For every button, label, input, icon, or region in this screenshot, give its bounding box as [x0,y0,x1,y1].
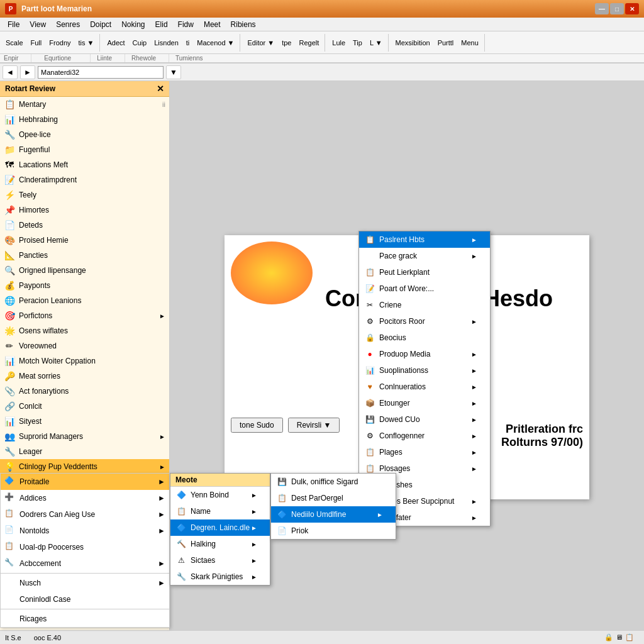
sidebar-close-button[interactable]: ✕ [157,84,164,94]
hebhrabing-icon: 📊 [4,114,15,125]
sidebar-item-pancties[interactable]: 📐 Pancties [0,248,169,263]
menu-ribiens[interactable]: Ribiens [226,19,261,30]
menu-elid[interactable]: Elid [150,19,173,30]
forward-button[interactable]: ► [20,65,35,79]
sidebar-item-peracion[interactable]: 🌐 Peracion Leanions [0,293,169,308]
close-button[interactable]: ✕ [625,3,639,14]
menu-file[interactable]: File [3,19,25,30]
menu-btn[interactable]: Menu [458,37,482,48]
full-button[interactable]: Full [28,37,45,48]
sidebar-item-lacations[interactable]: 🗺 Lacations Meft [0,157,169,172]
suprorid-icon: 👥 [4,431,15,442]
lisnden-button[interactable]: Lisnden [151,37,182,48]
sidebar-item-sityest[interactable]: 📊 Sityest [0,414,169,429]
ctx-item-beocius[interactable]: 🔒 Beocius [359,330,490,346]
tip-button[interactable]: Tip [350,37,365,48]
tpe-button[interactable]: tpe [279,37,294,48]
ctx-item-poart[interactable]: 📝 Poart of Wore:... [359,280,490,297]
ctx-item-plages[interactable]: 📋 Plages ► [359,444,490,460]
sidebar-item-osens[interactable]: 🌟 Osens wiflates [0,323,169,338]
ctx-item-dowed[interactable]: 💾 Dowed CUo ► [359,411,490,428]
ctx-item-conflog[interactable]: ⚙ Conflogenner ► [359,428,490,444]
ctx-item-conlnuer[interactable]: ♥ Conlnueratios ► [359,379,490,395]
frodny-button[interactable]: Frodny [46,37,74,48]
back-button[interactable]: ◄ [3,65,18,79]
sidebar-item-act[interactable]: 📎 Act fonarytion​s [0,384,169,399]
macenod-button[interactable]: Macenod ▼ [194,37,237,48]
sidebar-item-fugenfiul[interactable]: 📁 Fugenfiul [0,142,169,157]
sidebar-item-hebhrabing[interactable]: 📊 Hebhrabing [0,112,169,127]
ctx-item-peut[interactable]: 📋 Peut Lierkplant [359,264,490,280]
flyout-halking[interactable]: 🔨 Halking ► [170,536,270,552]
ctx-item-suoplin[interactable]: 📊 Suoplinationss ► [359,362,490,379]
regelt-button[interactable]: Regelt [296,37,322,48]
sidebar-item-payponts[interactable]: 💰 Payponts [0,278,169,293]
flyout-skark[interactable]: 🔧 Skark Pünigties ► [170,569,270,585]
sidebar-item-clnder[interactable]: 📝 Clnderatimpdrent [0,172,169,187]
bottom-si-ricages[interactable]: Ricages [1,611,169,627]
suprorid-arrow: ► [159,433,165,440]
flyout-sictaes[interactable]: ⚠ Sictaes ► [170,552,270,569]
flyout-nediilo[interactable]: 🔷 Nediilo Umdlfine ► [271,506,396,523]
sidebar-item-conlcit[interactable]: 🔗 Conlcit [0,399,169,414]
bottom-si-addices[interactable]: ➕ Addices ► [1,490,169,506]
menu-doipct[interactable]: Doipct [85,19,116,30]
sidebar-item-porfictons[interactable]: 🎯 Porfictons ► [0,308,169,323]
cuip-button[interactable]: Cuip [130,37,150,48]
flyout-name[interactable]: 📋 Name ► [170,503,270,519]
flyout-dest[interactable]: 📋 Dest ParOergel [271,490,396,506]
adect-button[interactable]: Adect [104,37,128,48]
bottom-si-uoaldp[interactable]: 📋 Uoal-dp Poocerses [1,539,169,555]
ctx-item-etounger[interactable]: 📦 Etounger ► [359,395,490,411]
sidebar-item-leager[interactable]: 🔧 Leager [0,444,169,459]
tis-button[interactable]: tis ▼ [75,37,97,48]
sidebar-item-motch[interactable]: 📊 Motch Woiter Cppation [0,353,169,369]
editor-button[interactable]: Editor ▼ [244,37,277,48]
bottom-si-coninlodl[interactable]: Coninlodl Case [1,591,169,608]
purttl-button[interactable]: Purttl [435,37,457,48]
flyout-yenn[interactable]: 🔷 Yenn Boind ► [170,487,270,503]
flyout-dulk[interactable]: 💾 Dulk, oniffice Sigard [271,474,396,490]
maximize-button[interactable]: □ [610,3,624,14]
sidebar-item-ctinlogy[interactable]: 💡 Ctinlogy Pup Veddentts ► [0,459,169,474]
sidebar-item-teely[interactable]: ⚡ Teely [0,187,169,203]
sidebar-item-origned[interactable]: 🔍 Origned llipensange [0,263,169,278]
ti-button[interactable]: ti [183,37,193,48]
sidebar-item-voreowned[interactable]: ✏ Voreowned [0,338,169,353]
menu-meet[interactable]: Meet [199,19,226,30]
ctx-item-pocitors[interactable]: ⚙ Pocitors Roor ► [359,313,490,330]
dropdown-button[interactable]: ▼ [166,65,181,79]
menu-fidw[interactable]: Fidw [173,19,199,30]
bottom-si-nusch[interactable]: Nusch ► [1,575,169,591]
minimize-button[interactable]: — [595,3,609,14]
flyout-priok[interactable]: 📄 Priok [271,523,396,539]
bottom-si-proitadle[interactable]: 🔷 Proitadle ► [1,474,169,490]
ctx-item-paslrent[interactable]: 📋 Paslrent Hbts ► [359,231,490,248]
l-button[interactable]: L ▼ [367,37,386,48]
sidebar-item-opeelice[interactable]: 🔧 Opee·lice [0,127,169,142]
lule-button[interactable]: Lule [329,37,348,48]
menu-view[interactable]: View [25,19,51,30]
sidebar-item-meat-sorries[interactable]: 🔑 Meat sorries [0,369,169,384]
address-bar[interactable] [38,66,164,79]
slide-btn-1[interactable]: tone Sudo [231,418,283,433]
ctx-item-produop[interactable]: ● Produop Media ► [359,346,490,362]
sidebar-item-himortes[interactable]: 📌 Himortes [0,203,169,218]
sidebar-item-suprorid[interactable]: 👥 Suprorid Managers ► [0,429,169,444]
ctx-item-criene[interactable]: ✂ Criene [359,297,490,313]
sidebar-item-mentary[interactable]: 📋 Mentary ii [0,97,169,112]
ctx-item-pace[interactable]: Pace grack ► [359,248,490,264]
scale-button[interactable]: Scale [3,37,26,48]
bottom-si-nontolds[interactable]: 📄 Nontolds ► [1,523,169,539]
slide-btn-2[interactable]: Revirsli ▼ [288,418,340,433]
flyout-degren[interactable]: 🔷 Degren. Lainc.dle ► [170,519,270,536]
bottom-si-oodrers[interactable]: 📋 Oodrers Can Aieg Use ► [1,506,169,523]
sidebar-item-proised[interactable]: 🎨 Proised Hemie [0,233,169,248]
sidebar-item-deteds[interactable]: 📄 Deteds [0,218,169,233]
toolbar: Scale Full Frodny tis ▼ Adect Cuip Lisnd… [0,31,644,54]
menu-senres[interactable]: Senres [51,19,85,30]
bottom-si-acbccement[interactable]: 🔧 Acbccement ► [1,555,169,572]
bottom-si-label: Addices [19,494,47,502]
menu-noking[interactable]: Noking [116,19,150,30]
mexsibition-button[interactable]: Mexsibition [392,37,433,48]
